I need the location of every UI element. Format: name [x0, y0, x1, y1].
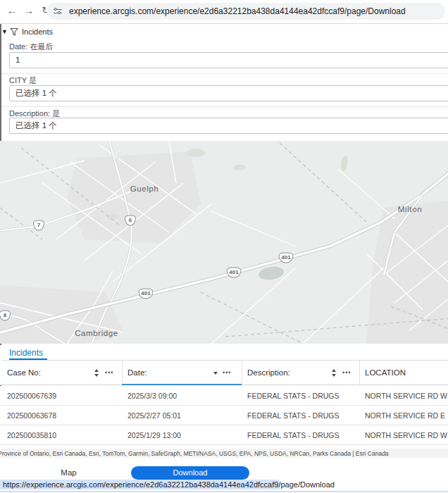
basemap-graphics — [0, 141, 448, 344]
table-body: 202500067639 2025/3/3 09:00 FEDERAL STAT… — [0, 386, 448, 449]
collapse-caret-icon[interactable]: ▼ — [1, 28, 8, 35]
table-row[interactable]: 202500063678 2025/2/27 05:01 FEDERAL STA… — [0, 406, 448, 425]
cell-caseno: 202500067639 — [7, 386, 116, 406]
date-filter-value[interactable] — [15, 54, 427, 67]
column-header-location[interactable]: LOCATION — [365, 361, 406, 385]
cell-description: FEDERAL STATS - DRUGS — [247, 406, 354, 425]
status-url-text: https://experience.arcgis.com/experience… — [0, 480, 280, 489]
cell-description: FEDERAL STATS - DRUGS — [247, 425, 354, 445]
filter-label-date: Date: 在最后 — [9, 42, 53, 52]
address-bar[interactable]: experience.arcgis.com/experience/e2d6a32… — [46, 3, 445, 20]
tab-incidents[interactable]: Incidents — [9, 348, 43, 358]
column-header-description[interactable]: Description: — [247, 361, 290, 385]
download-button[interactable]: Download — [131, 466, 249, 480]
cell-date: 2025/3/3 09:00 — [127, 386, 237, 406]
cell-description: FEDERAL STATS - DRUGS — [247, 386, 354, 406]
map-label-milton: Milton — [398, 205, 422, 213]
filter-label-city: CITY 是 — [9, 75, 37, 86]
city-filter-value: 已选择 1 个 — [15, 89, 57, 97]
column-header-caseno[interactable]: Case No: — [7, 361, 41, 385]
cell-date: 2025/2/27 05:01 — [127, 406, 237, 425]
nav-link-map[interactable]: Map — [49, 468, 88, 477]
browser-status-bubble: https://experience.arcgis.com/experience… — [0, 480, 280, 489]
cell-location: NORTH SERVICE RD W — [365, 386, 448, 406]
browser-toolbar: ← → ↻ experience.arcgis.com/experience/e… — [0, 0, 448, 24]
column-header-date[interactable]: Date: — [127, 361, 147, 385]
description-filter-select[interactable]: 已选择 1 个 — [9, 118, 448, 134]
column-menu-icon[interactable]: ••• — [105, 361, 113, 385]
filter-title: Incidents — [22, 27, 53, 36]
filter-panel-header: ▼ Incidents — [0, 27, 448, 38]
attribution-text: Province of Ontario, Esri Canada, Esri, … — [0, 450, 389, 457]
cell-location: NORTH SERVICE RD E — [365, 406, 448, 425]
back-icon[interactable]: ← — [4, 3, 20, 18]
filter-divider — [1, 73, 448, 74]
date-sort-active-underline — [122, 384, 242, 385]
page-nav-bar: Map Download — [0, 458, 448, 480]
filter-divider — [1, 106, 448, 107]
map-label-guelph: Guelph — [130, 185, 159, 193]
cell-date: 2025/1/29 13:00 — [127, 425, 237, 445]
filter-funnel-icon[interactable] — [10, 27, 18, 39]
sort-icon-caseno[interactable] — [94, 369, 99, 377]
map-label-cambridge: Cambridge — [75, 329, 118, 337]
table-header: Case No: Date: Description: LOCATION •••… — [0, 361, 448, 385]
map-attribution-bar: Province of Ontario, Esri Canada, Esri, … — [0, 449, 448, 458]
table-tab-bar: Incidents — [0, 345, 448, 361]
url-text: experience.arcgis.com/experience/e2d6a32… — [69, 6, 406, 16]
app-window: { "browser": { "url": "experience.arcgis… — [0, 0, 448, 493]
table-row[interactable]: 202500067639 2025/3/3 09:00 FEDERAL STAT… — [0, 386, 448, 406]
column-menu-icon[interactable]: ••• — [342, 361, 351, 385]
site-info-icon[interactable] — [54, 7, 63, 15]
cell-location: NORTH SERVICE RD W — [365, 425, 448, 445]
forward-icon[interactable]: → — [21, 3, 37, 18]
cell-caseno: 202500035810 — [7, 425, 116, 445]
cell-caseno: 202500063678 — [7, 406, 116, 425]
date-filter-input[interactable] — [9, 52, 448, 68]
sort-desc-icon-date[interactable] — [213, 372, 218, 375]
description-filter-value: 已选择 1 个 — [15, 121, 57, 130]
map-widget[interactable]: Guelph Milton Cambridge 7 6 401 401 401 … — [0, 141, 448, 344]
city-filter-select[interactable]: 已选择 1 个 — [9, 85, 448, 101]
sort-icon-description[interactable] — [332, 369, 337, 377]
table-row[interactable]: 202500035810 2025/1/29 13:00 FEDERAL STA… — [0, 425, 448, 445]
column-menu-icon[interactable]: ••• — [223, 361, 231, 385]
